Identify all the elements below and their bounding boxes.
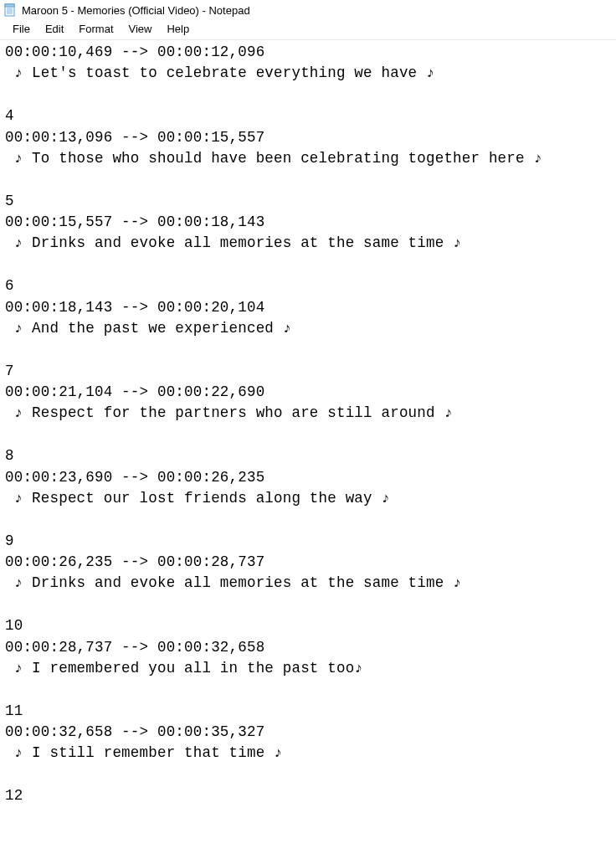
menu-bar: File Edit Format View Help [0,20,616,40]
window-title: Maroon 5 - Memories (Official Video) - N… [22,4,250,17]
notepad-icon [3,3,17,17]
menu-edit[interactable]: Edit [38,22,71,36]
window-title-bar: Maroon 5 - Memories (Official Video) - N… [0,0,616,20]
svg-rect-1 [5,4,14,7]
menu-help[interactable]: Help [159,22,197,36]
menu-view[interactable]: View [121,22,160,36]
menu-file[interactable]: File [5,22,38,36]
menu-format[interactable]: Format [71,22,121,36]
text-content[interactable]: 00:00:10,469 --> 00:00:12,096 ♪ Let's to… [0,40,616,809]
